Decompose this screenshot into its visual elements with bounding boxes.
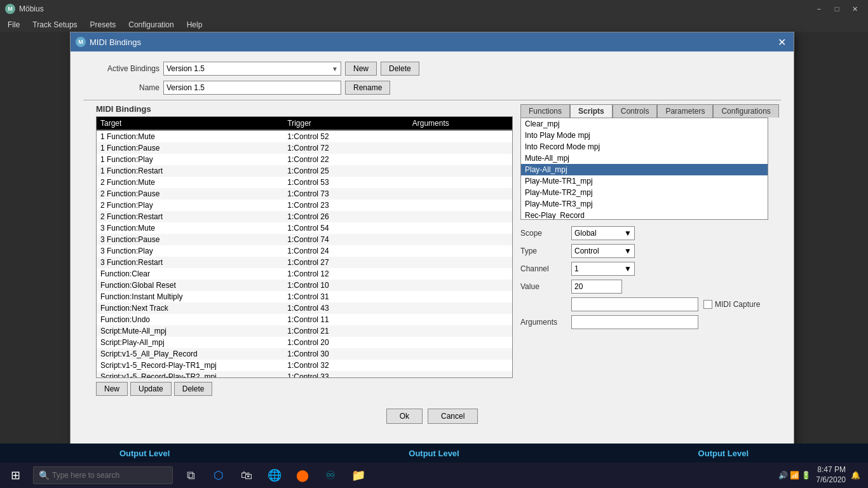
- table-cell: [408, 371, 512, 378]
- task-view-icon[interactable]: ⧉: [178, 463, 203, 488]
- menu-configuration[interactable]: Configuration: [126, 19, 176, 30]
- table-cell: [408, 200, 512, 211]
- table-row[interactable]: Script:v1-5_All_Play_Record1:Control 30: [97, 348, 512, 360]
- channel-arrow-icon: ▼: [624, 264, 632, 273]
- script-item[interactable]: Play-Mute-TR1_mpj: [521, 175, 768, 187]
- table-row[interactable]: 2 Function:Pause1:Control 73: [97, 188, 512, 200]
- table-row[interactable]: 3 Function:Pause1:Control 74: [97, 234, 512, 245]
- update-binding-button[interactable]: Update: [130, 382, 172, 396]
- table-cell: [408, 188, 512, 200]
- menu-file[interactable]: File: [5, 19, 22, 30]
- maximize-button[interactable]: □: [829, 3, 845, 15]
- store-icon[interactable]: 🛍: [234, 463, 259, 488]
- table-cell: [408, 234, 512, 245]
- table-cell: 2 Function:Mute: [97, 177, 283, 188]
- folder-icon[interactable]: 📁: [346, 463, 371, 488]
- script-item[interactable]: Rec-Play_Record: [521, 210, 768, 220]
- table-row[interactable]: 3 Function:Play1:Control 24: [97, 245, 512, 257]
- scope-combo[interactable]: Global ▼: [571, 226, 635, 240]
- table-row[interactable]: Function:Global Reset1:Control 10: [97, 280, 512, 291]
- bindings-inner-table: 1 Function:Mute1:Control 521 Function:Pa…: [97, 131, 512, 378]
- col-arguments: Arguments: [409, 117, 513, 130]
- table-cell: Function:Instant Multiply: [97, 291, 283, 302]
- table-row[interactable]: 1 Function:Mute1:Control 52: [97, 131, 512, 142]
- table-cell: 1:Control 26: [283, 211, 408, 222]
- tab-functions[interactable]: Functions: [520, 104, 570, 118]
- arduino-icon[interactable]: ♾: [318, 463, 343, 488]
- type-combo[interactable]: Control ▼: [571, 244, 635, 258]
- value-label: Value: [520, 282, 571, 291]
- bindings-table-container[interactable]: 1 Function:Mute1:Control 521 Function:Pa…: [96, 130, 513, 378]
- table-row[interactable]: Function:Undo1:Control 11: [97, 314, 512, 325]
- tab-scripts[interactable]: Scripts: [570, 104, 613, 118]
- cancel-button[interactable]: Cancel: [428, 409, 478, 424]
- tab-parameters[interactable]: Parameters: [657, 104, 713, 118]
- table-cell: 1:Control 54: [283, 222, 408, 234]
- output-bar-2: Output Level: [289, 444, 578, 463]
- menu-help[interactable]: Help: [184, 19, 205, 30]
- table-cell: Function:Clear: [97, 268, 283, 280]
- script-item[interactable]: Play-Mute-TR2_mpj: [521, 187, 768, 198]
- script-item[interactable]: Into Record Mode mpj: [521, 141, 768, 152]
- table-row[interactable]: Function:Next Track1:Control 43: [97, 302, 512, 314]
- taskbar-search[interactable]: 🔍: [33, 466, 173, 484]
- table-row[interactable]: Script:Mute-All_mpj1:Control 21: [97, 325, 512, 337]
- arguments-input[interactable]: [571, 315, 698, 329]
- search-input[interactable]: [52, 471, 166, 480]
- table-row[interactable]: 3 Function:Restart1:Control 27: [97, 257, 512, 268]
- rename-button[interactable]: Rename: [345, 81, 390, 95]
- right-panel: FunctionsScriptsControlsParametersConfig…: [520, 104, 768, 396]
- active-bindings-combo[interactable]: Version 1.5 ▼: [163, 62, 341, 76]
- scripts-list-container[interactable]: Clear_mpjInto Play Mode mpjInto Record M…: [520, 118, 768, 220]
- script-item[interactable]: Mute-All_mpj: [521, 152, 768, 164]
- name-input[interactable]: [163, 81, 341, 95]
- table-cell: 1:Control 10: [283, 280, 408, 291]
- output-bar-1: Output Level: [0, 444, 289, 463]
- table-row[interactable]: 1 Function:Restart1:Control 25: [97, 165, 512, 177]
- menu-track-setups[interactable]: Track Setups: [30, 19, 79, 30]
- scope-row: Scope Global ▼: [520, 226, 768, 240]
- minimize-button[interactable]: −: [811, 3, 827, 15]
- table-cell: [408, 325, 512, 337]
- delete-button-top[interactable]: Delete: [381, 62, 419, 76]
- table-row[interactable]: 2 Function:Mute1:Control 53: [97, 177, 512, 188]
- script-item[interactable]: Play-All_mpj: [521, 164, 768, 175]
- table-row[interactable]: 2 Function:Restart1:Control 26: [97, 211, 512, 222]
- notification-icon[interactable]: 🔔: [851, 471, 860, 480]
- table-row[interactable]: Function:Clear1:Control 12: [97, 268, 512, 280]
- system-tray: 🔊 📶 🔋: [778, 471, 811, 480]
- table-row[interactable]: 2 Function:Play1:Control 23: [97, 200, 512, 211]
- table-row[interactable]: Script:Play-All_mpj1:Control 20: [97, 337, 512, 348]
- channel-combo[interactable]: 1 ▼: [571, 262, 635, 276]
- dialog-close-button[interactable]: ✕: [775, 36, 789, 48]
- start-button[interactable]: ⊞: [0, 463, 31, 488]
- table-row[interactable]: 1 Function:Pause1:Control 72: [97, 142, 512, 154]
- table-row[interactable]: 3 Function:Mute1:Control 54: [97, 222, 512, 234]
- network-icon[interactable]: 🌐: [262, 463, 287, 488]
- table-cell: 1 Function:Mute: [97, 131, 283, 142]
- midi-capture-input[interactable]: [571, 297, 698, 311]
- script-item[interactable]: Into Play Mode mpj: [521, 130, 768, 141]
- script-item[interactable]: Play-Mute-TR3_mpj: [521, 198, 768, 210]
- table-row[interactable]: Script:v1-5_Record-Play-TR2_mpj1:Control…: [97, 371, 512, 378]
- table-cell: 1:Control 11: [283, 314, 408, 325]
- close-button[interactable]: ✕: [846, 3, 863, 15]
- script-item[interactable]: Clear_mpj: [521, 118, 768, 130]
- taskbar: ⊞ 🔍 ⧉ ⬡ 🛍 🌐 ⬤ ♾ 📁 🔊 📶 🔋 8:47 PM 7/6/2020…: [0, 463, 868, 488]
- new-binding-button[interactable]: New: [96, 382, 128, 396]
- midi-bindings-dialog: M MIDI Bindings ✕ Active Bindings Versio…: [70, 32, 794, 445]
- table-row[interactable]: 1 Function:Play1:Control 22: [97, 154, 512, 165]
- edge-icon[interactable]: ⬡: [206, 463, 231, 488]
- ok-button[interactable]: Ok: [386, 409, 423, 424]
- firefox-icon[interactable]: ⬤: [290, 463, 315, 488]
- table-row[interactable]: Function:Instant Multiply1:Control 31: [97, 291, 512, 302]
- new-button-top[interactable]: New: [345, 62, 377, 76]
- menu-presets[interactable]: Presets: [88, 19, 119, 30]
- midi-capture-checkbox[interactable]: [703, 300, 712, 309]
- tab-controls[interactable]: Controls: [613, 104, 658, 118]
- value-input[interactable]: [571, 280, 622, 294]
- delete-binding-button[interactable]: Delete: [174, 382, 213, 396]
- tab-configurations[interactable]: Configurations: [713, 104, 778, 118]
- table-row[interactable]: Script:v1-5_Record-Play-TR1_mpj1:Control…: [97, 360, 512, 371]
- table-cell: 3 Function:Play: [97, 245, 283, 257]
